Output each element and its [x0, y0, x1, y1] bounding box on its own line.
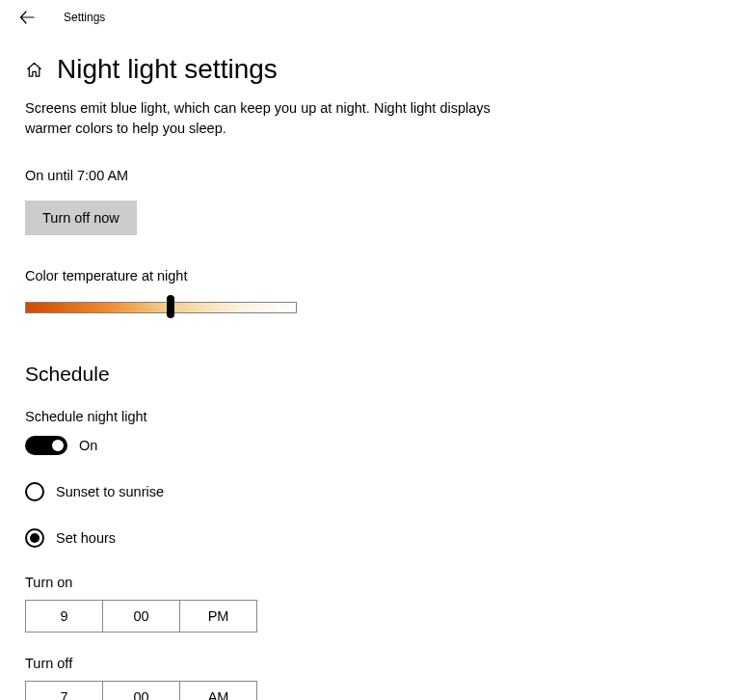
page-title: Night light settings	[57, 54, 278, 85]
schedule-toggle[interactable]	[25, 436, 67, 455]
radio-label-set-hours: Set hours	[56, 530, 116, 546]
turn-off-time-picker: 7 00 AM	[25, 681, 257, 700]
color-temperature-label: Color temperature at night	[25, 268, 540, 283]
turn-off-ampm[interactable]: AM	[180, 681, 257, 700]
page-description: Screens emit blue light, which can keep …	[25, 98, 540, 139]
home-button[interactable]	[25, 61, 43, 79]
turn-off-hour[interactable]: 7	[25, 681, 103, 700]
turn-off-time-group: Turn off 7 00 AM	[25, 656, 540, 700]
schedule-toggle-label: Schedule night light	[25, 409, 540, 424]
radio-circle	[25, 482, 44, 501]
slider-track	[25, 302, 297, 313]
turn-on-hour[interactable]: 9	[25, 600, 103, 633]
toggle-knob	[52, 440, 64, 451]
radio-sunset-to-sunrise[interactable]: Sunset to sunrise	[25, 482, 540, 501]
turn-off-now-button[interactable]: Turn off now	[25, 201, 137, 235]
radio-circle	[25, 528, 44, 548]
night-light-status: On until 7:00 AM	[25, 168, 540, 183]
schedule-toggle-state: On	[79, 438, 97, 453]
header-row: Night light settings	[25, 54, 540, 85]
app-title: Settings	[64, 11, 105, 24]
turn-on-time-group: Turn on 9 00 PM	[25, 575, 540, 633]
turn-off-minute[interactable]: 00	[103, 681, 180, 700]
back-button[interactable]	[17, 8, 37, 27]
schedule-toggle-row: On	[25, 436, 540, 455]
radio-label-sunset: Sunset to sunrise	[56, 484, 164, 499]
schedule-heading: Schedule	[25, 363, 540, 386]
turn-on-minute[interactable]: 00	[103, 600, 180, 633]
turn-on-ampm[interactable]: PM	[180, 600, 257, 633]
radio-set-hours[interactable]: Set hours	[25, 528, 540, 548]
titlebar: Settings	[0, 0, 743, 35]
home-icon	[25, 61, 43, 79]
radio-dot	[30, 533, 40, 543]
content-area: Night light settings Screens emit blue l…	[0, 35, 540, 700]
slider-thumb[interactable]	[167, 295, 174, 318]
turn-off-label: Turn off	[25, 656, 540, 671]
arrow-left-icon	[19, 10, 35, 25]
turn-on-label: Turn on	[25, 575, 540, 590]
turn-on-time-picker: 9 00 PM	[25, 600, 257, 633]
color-temperature-slider[interactable]	[25, 295, 297, 318]
